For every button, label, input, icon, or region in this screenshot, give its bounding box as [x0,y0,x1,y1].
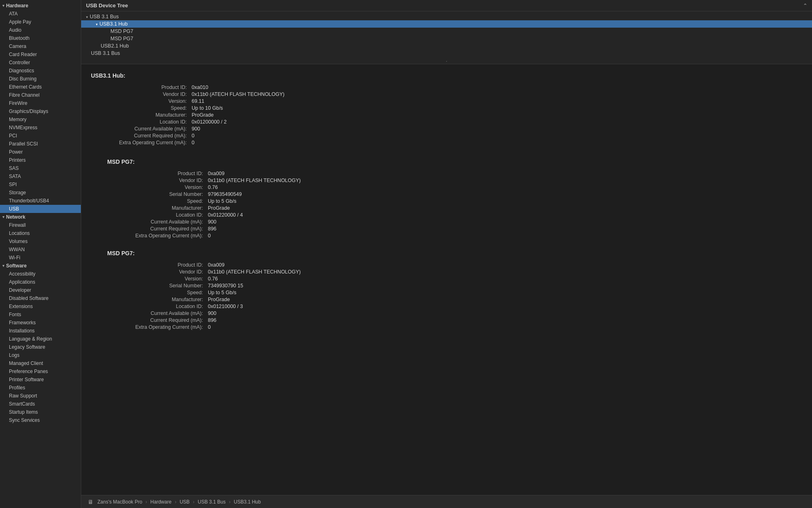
software-items-container: AccessibilityApplicationsDeveloperDisabl… [0,270,81,424]
software-chevron: ▾ [2,264,4,268]
sidebar-item-frameworks[interactable]: Frameworks [0,319,81,327]
sidebar-item-ethernet-cards[interactable]: Ethernet Cards [0,83,81,91]
sidebar-item-spi[interactable]: SPI [0,180,81,189]
computer-icon: 🖥 [88,499,93,505]
sidebar-item-managed-client[interactable]: Managed Client [0,359,81,367]
sidebar-item-volumes[interactable]: Volumes [0,237,81,245]
msd1-props-grid: Product ID:0xa009Vendor ID:0x11b0 (ATECH… [107,171,802,239]
sidebar-item-fonts[interactable]: Fonts [0,310,81,319]
sidebar-item-card-reader[interactable]: Card Reader [0,50,81,59]
tree-label: USB 3.1 Bus [91,50,120,56]
status-bar: 🖥 Zans's MacBook Pro › Hardware › USB › … [81,495,812,508]
sidebar-item-extensions[interactable]: Extensions [0,302,81,310]
prop-label: Extra Operating Current (mA): [91,140,188,145]
tree-row-usb31hub[interactable]: ▾USB3.1 Hub [81,20,812,28]
sidebar-item-profiles[interactable]: Profiles [0,384,81,392]
sidebar-item-power[interactable]: Power [0,148,81,156]
sidebar-item-disabled-software[interactable]: Disabled Software [0,294,81,302]
tree-row-usb31bus_bot[interactable]: USB 3.1 Bus [81,50,812,57]
prop-value: ProGrade [192,112,802,118]
sidebar-item-smartcards[interactable]: SmartCards [0,400,81,408]
msd2-props-grid: Product ID:0xa009Vendor ID:0x11b0 (ATECH… [107,262,802,330]
sidebar-item-printer-software[interactable]: Printer Software [0,376,81,384]
sidebar-item-wwan[interactable]: WWAN [0,245,81,254]
prop-label: Serial Number: [107,283,205,289]
tree-content: ▾USB 3.1 Bus▾USB3.1 HubMSD PG7MSD PG7USB… [81,11,812,59]
sidebar-item-storage[interactable]: Storage [0,189,81,197]
sidebar-item-fibre-channel[interactable]: Fibre Channel [0,91,81,99]
prop-label: Current Available (mA): [91,126,188,132]
tree-row-usb31bus_top[interactable]: ▾USB 3.1 Bus [81,13,812,20]
sidebar-item-sync-services[interactable]: Sync Services [0,416,81,424]
tree-label: MSD PG7 [110,28,133,34]
prop-label: Extra Operating Current (mA): [107,233,205,239]
tree-chevron: ▾ [96,22,98,26]
sidebar-item-graphics-displays[interactable]: Graphics/Displays [0,107,81,115]
sidebar-item-parallel-scsi[interactable]: Parallel SCSI [0,140,81,148]
collapse-icon[interactable]: ⌃ [803,3,807,9]
device-tree-header: USB Device Tree ⌃ [81,0,812,11]
sidebar-item-ata[interactable]: ATA [0,10,81,18]
sidebar-item-firewall[interactable]: Firewall [0,221,81,229]
sidebar-item-language---region[interactable]: Language & Region [0,335,81,343]
sidebar-item-locations[interactable]: Locations [0,229,81,237]
msd2-section: MSD PG7: Product ID:0xa009Vendor ID:0x11… [107,250,802,330]
breadcrumb-usb31hub: USB3.1 Hub [234,499,261,505]
prop-label: Speed: [107,198,205,204]
tree-label: USB2.1 Hub [101,43,129,49]
hardware-section-header[interactable]: ▾ Hardware [0,2,81,10]
prop-value: 0x11b0 (ATECH FLASH TECHNOLOGY) [192,91,802,97]
prop-label: Manufacturer: [91,112,188,118]
prop-value: 0 [192,140,802,145]
prop-label: Current Available (mA): [107,310,205,316]
sidebar-item-installations[interactable]: Installations [0,327,81,335]
sidebar-item-developer[interactable]: Developer [0,286,81,294]
software-section-header[interactable]: ▾ Software [0,262,81,270]
prop-value: 69.11 [192,98,802,104]
tree-row-msd_pg7_2[interactable]: MSD PG7 [81,35,812,42]
sidebar-item-startup-items[interactable]: Startup Items [0,408,81,416]
hardware-chevron: ▾ [2,4,4,8]
prop-label: Vendor ID: [91,91,188,97]
prop-value: Up to 10 Gb/s [192,105,802,111]
scrollbar-indicator: • [81,59,812,64]
sidebar-item-applications[interactable]: Applications [0,278,81,286]
sidebar-item-camera[interactable]: Camera [0,42,81,50]
prop-label: Speed: [107,290,205,295]
sidebar-item-controller[interactable]: Controller [0,59,81,67]
sidebar-item-sata[interactable]: SATA [0,172,81,180]
sidebar-item-preference-panes[interactable]: Preference Panes [0,367,81,376]
breadcrumb-computer: Zans's MacBook Pro [97,499,142,505]
network-section-header[interactable]: ▾ Network [0,213,81,221]
content-area: USB Device Tree ⌃ ▾USB 3.1 Bus▾USB3.1 Hu… [81,0,812,508]
prop-value: 0x01200000 / 2 [192,119,802,125]
device-tree-title: USB Device Tree [86,2,128,9]
tree-row-msd_pg7_1[interactable]: MSD PG7 [81,28,812,35]
sidebar-item-disc-burning[interactable]: Disc Burning [0,75,81,83]
sidebar-item-bluetooth[interactable]: Bluetooth [0,34,81,42]
prop-label: Location ID: [91,119,188,125]
sidebar-item-logs[interactable]: Logs [0,351,81,359]
sidebar-item-nvmexpress[interactable]: NVMExpress [0,124,81,132]
sidebar-item-wi-fi[interactable]: Wi-Fi [0,254,81,262]
prop-label: Current Required (mA): [107,226,205,232]
sidebar-item-legacy-software[interactable]: Legacy Software [0,343,81,351]
sidebar-item-diagnostics[interactable]: Diagnostics [0,67,81,75]
sidebar-item-memory[interactable]: Memory [0,115,81,124]
tree-row-usb21hub[interactable]: USB2.1 Hub [81,42,812,50]
app-container: ▾ Hardware ATAApple PayAudioBluetoothCam… [0,0,812,508]
sidebar-item-sas[interactable]: SAS [0,164,81,172]
prop-label: Location ID: [107,304,205,309]
prop-value: Up to 5 Gb/s [208,290,802,295]
sidebar-item-raw-support[interactable]: Raw Support [0,392,81,400]
sidebar-item-audio[interactable]: Audio [0,26,81,34]
sidebar-item-firewire[interactable]: FireWire [0,99,81,107]
sidebar-item-pci[interactable]: PCI [0,132,81,140]
sidebar-item-thunderbolt-usb4[interactable]: Thunderbolt/USB4 [0,197,81,205]
sidebar-item-usb[interactable]: USB [0,205,81,213]
sidebar-item-accessibility[interactable]: Accessibility [0,270,81,278]
prop-label: Product ID: [91,85,188,90]
network-items-container: FirewallLocationsVolumesWWANWi-Fi [0,221,81,262]
sidebar-item-apple-pay[interactable]: Apple Pay [0,18,81,26]
sidebar-item-printers[interactable]: Printers [0,156,81,164]
